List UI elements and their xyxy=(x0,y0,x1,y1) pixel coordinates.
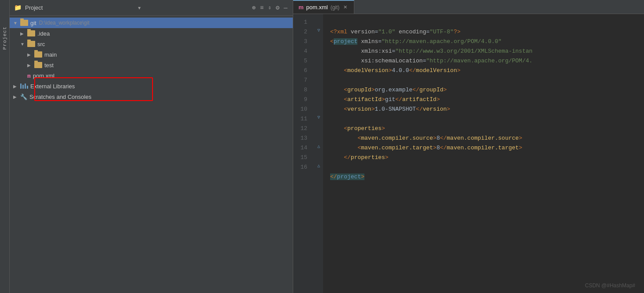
ln-3: 3 xyxy=(293,37,311,47)
ln-14: 14 xyxy=(293,143,311,153)
code-area[interactable]: <?xml version="1.0" encoding="UTF-8"?> <… xyxy=(323,14,644,293)
ln-15: 15 xyxy=(293,153,311,163)
ln-16: 16 xyxy=(293,163,311,172)
git-root-label: git xyxy=(30,20,36,26)
tree-item-main[interactable]: ▶ main xyxy=(10,49,293,60)
line-12-code: <maven.compiler.source>8</maven.compiler… xyxy=(330,135,522,141)
fold-marker-2[interactable]: ▽ xyxy=(316,27,322,33)
folder-icon-test xyxy=(34,62,42,68)
line-9-code: <version>1.0-SNAPSHOT</version> xyxy=(330,106,450,112)
line-1-code: <?xml version="1.0" encoding="UTF-8"?> xyxy=(330,29,461,35)
ln-4: 4 xyxy=(293,47,311,56)
fold-marker-11[interactable]: ▽ xyxy=(316,114,322,120)
ext-libraries-icon xyxy=(20,83,28,89)
line-7-code: <groupId>org.example</groupId> xyxy=(330,87,447,93)
tab-bar: m pom.xml (git) ✕ xyxy=(293,0,644,14)
tab-close-button[interactable]: ✕ xyxy=(342,4,349,11)
maven-file-icon: m xyxy=(27,72,31,79)
collapse-dirs-icon[interactable]: ⇕ xyxy=(267,4,272,12)
sidebar-dropdown-arrow[interactable]: ▾ xyxy=(138,5,247,11)
ln-6: 6 xyxy=(293,66,311,76)
line-14-code: </properties> xyxy=(330,154,389,161)
tree-item-test[interactable]: ▶ test xyxy=(10,60,293,70)
watermark: CSDN @#HashMap# xyxy=(585,282,635,289)
line-2-code: <project xmlns="http://maven.apache.org/… xyxy=(330,38,502,45)
pom-xml-label: pom.xml xyxy=(33,72,55,79)
tree-item-ext-libraries[interactable]: ▶ External Libraries xyxy=(10,81,293,91)
ln-1: 1 xyxy=(293,18,311,27)
arrow-scratches: ▶ xyxy=(13,94,20,99)
ln-9: 9 xyxy=(293,95,311,105)
folder-icon-main xyxy=(34,51,42,58)
collapse-all-icon[interactable]: ≡ xyxy=(259,4,265,12)
project-vertical-tab[interactable]: Project xyxy=(0,0,10,293)
tab-pom-xml[interactable]: m pom.xml (git) ✕ xyxy=(293,0,354,14)
ln-8: 8 xyxy=(293,85,311,95)
ln-11: 11 xyxy=(293,114,311,124)
tree-item-pom-xml[interactable]: m pom.xml xyxy=(10,70,293,81)
editor-wrapper: m pom.xml (git) ✕ 1 2 3 4 5 6 7 8 9 10 1… xyxy=(293,0,644,293)
hide-sidebar-icon[interactable]: — xyxy=(283,4,288,12)
sidebar-tree-container: ▼ git D:\idea_workplace\git ▶ .idea ▼ sr… xyxy=(10,16,293,293)
tab-pom-label: pom.xml xyxy=(306,4,328,11)
arrow-test: ▶ xyxy=(27,63,34,68)
line-4-code: xsi:schemaLocation="http://maven.apache.… xyxy=(330,58,532,64)
settings-icon[interactable]: ⚙ xyxy=(275,3,280,12)
line-11-code: <properties> xyxy=(330,125,385,132)
arrow-main: ▶ xyxy=(27,52,34,57)
folder-icon-idea xyxy=(27,30,35,36)
line-numbers: 1 2 3 4 5 6 7 8 9 10 11 12 13 14 15 16 xyxy=(293,14,314,293)
arrow-ext-lib: ▶ xyxy=(13,84,20,89)
line-8-code: <artifactId>git</artifactId> xyxy=(330,96,440,103)
arrow-idea: ▶ xyxy=(20,31,27,36)
git-root-path: D:\idea_workplace\git xyxy=(39,20,90,26)
test-label: test xyxy=(44,62,54,69)
tab-maven-icon: m xyxy=(298,4,304,11)
fold-marker-14[interactable]: △ xyxy=(316,143,322,149)
vertical-tab-label: Project xyxy=(2,26,7,50)
scratches-icon: 🔧 xyxy=(20,94,27,100)
sidebar-header-icons: ⊕ ≡ ⇕ ⚙ — xyxy=(251,3,288,12)
idea-label: .idea xyxy=(37,30,50,37)
ln-2: 2 xyxy=(293,27,311,37)
tree-item-src[interactable]: ▼ src xyxy=(10,39,293,49)
gutter: ▽ ▽ △ △ xyxy=(314,14,323,293)
tab-git-label: (git) xyxy=(331,4,340,11)
arrow-git-root: ▼ xyxy=(13,21,20,25)
ln-5: 5 xyxy=(293,56,311,66)
line-5-code: <modelVersion>4.0.0</modelVersion> xyxy=(330,67,461,74)
arrow-src: ▼ xyxy=(20,42,27,47)
main-label: main xyxy=(44,51,57,58)
sync-icon[interactable]: ⊕ xyxy=(251,3,256,12)
ln-10: 10 xyxy=(293,105,311,114)
folder-icon-small: 📁 xyxy=(14,4,22,11)
tree-item-scratches[interactable]: ▶ 🔧 Scratches and Consoles xyxy=(10,91,293,102)
sidebar-title: Project xyxy=(25,4,135,11)
tree-item-idea[interactable]: ▶ .idea xyxy=(10,28,293,39)
editor-content: 1 2 3 4 5 6 7 8 9 10 11 12 13 14 15 16 ▽ xyxy=(293,14,644,293)
line-3-code: xmlns:xsi="http://www.w3.org/2001/XMLSch… xyxy=(330,48,532,54)
scratches-label: Scratches and Consoles xyxy=(29,94,91,100)
fold-marker-16[interactable]: △ xyxy=(316,163,322,169)
tree-item-git-root[interactable]: ▼ git D:\idea_workplace\git xyxy=(10,18,293,28)
sidebar-header: 📁 Project ▾ ⊕ ≡ ⇕ ⚙ — xyxy=(10,0,293,16)
sidebar-tree: ▼ git D:\idea_workplace\git ▶ .idea ▼ sr… xyxy=(10,16,293,104)
ln-7: 7 xyxy=(293,76,311,85)
line-13-code: <maven.compiler.target>8</maven.compiler… xyxy=(330,145,522,151)
ext-libraries-label: External Libraries xyxy=(30,83,75,90)
line-16-code: </project> xyxy=(330,174,364,180)
ln-13: 13 xyxy=(293,134,311,143)
sidebar: 📁 Project ▾ ⊕ ≡ ⇕ ⚙ — ▼ git D:\idea_work… xyxy=(10,0,293,293)
folder-icon-src xyxy=(27,41,35,47)
src-label: src xyxy=(37,41,45,47)
ln-12: 12 xyxy=(293,124,311,134)
editor: m pom.xml (git) ✕ 1 2 3 4 5 6 7 8 9 10 1… xyxy=(293,0,644,293)
folder-icon-git xyxy=(20,20,28,26)
